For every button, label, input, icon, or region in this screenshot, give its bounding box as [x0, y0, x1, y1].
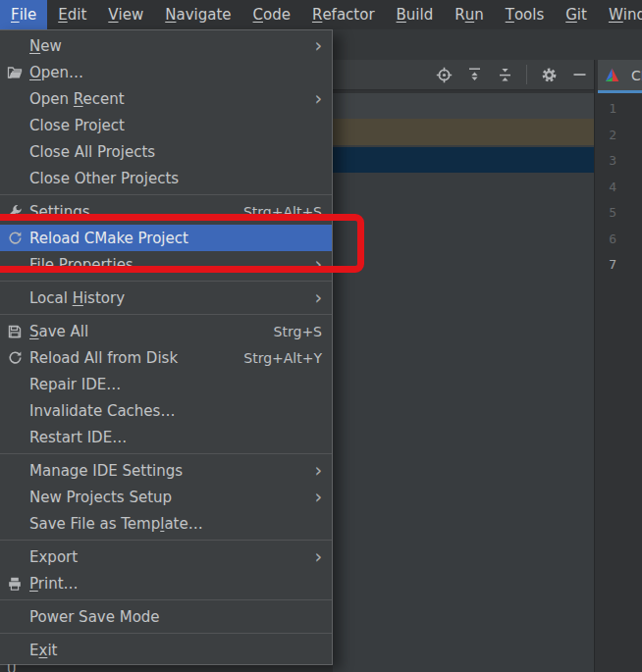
cmake-logo-icon [603, 68, 620, 83]
menu-item-shortcut: Strg+Alt+S [243, 204, 322, 220]
menu-item-shortcut: Strg+Alt+Y [243, 350, 322, 366]
menu-item-print[interactable]: Print… [0, 570, 332, 596]
project-row-selected[interactable] [333, 147, 594, 173]
clipped-text-fragment: U [7, 662, 17, 672]
gutter-line-number: 6 [595, 232, 616, 246]
menu-separator [0, 540, 332, 541]
menu-item-save-file-as-template[interactable]: Save File as Template… [0, 510, 332, 537]
menu-item-local-history[interactable]: Local History› [0, 284, 332, 311]
submenu-arrow-icon: › [314, 257, 322, 271]
menubar-item-view[interactable]: View [97, 0, 154, 29]
menu-item-power-save-mode[interactable]: Power Save Mode [0, 603, 332, 630]
menu-item-label: Invalidate Caches… [29, 402, 175, 420]
gutter-line-number: 4 [595, 180, 616, 194]
icon-slot-empty [6, 516, 24, 532]
gear-icon[interactable] [540, 67, 558, 82]
project-row-hovered[interactable] [333, 93, 594, 119]
menubar-item-code[interactable]: Code [242, 0, 301, 29]
editor-gutter[interactable]: 1234567 [594, 93, 642, 672]
icon-slot-empty [6, 643, 24, 658]
menubar-item-navigate[interactable]: Navigate [154, 0, 241, 29]
project-panel[interactable] [333, 93, 594, 672]
menu-item-label: File Properties [29, 256, 134, 274]
refresh-icon [6, 350, 24, 366]
menu-item-new[interactable]: New› [0, 32, 332, 59]
icon-slot-empty [6, 118, 24, 133]
menu-item-label: Open Recent [29, 90, 125, 108]
submenu-arrow-icon: › [314, 549, 322, 563]
menu-item-open[interactable]: Open… [0, 59, 332, 85]
menu-item-reload-cmake-project[interactable]: Reload CMake Project [0, 225, 332, 251]
menubar-item-file[interactable]: File [0, 0, 47, 29]
editor-tabstrip: CM [594, 60, 642, 93]
menu-item-manage-ide-settings[interactable]: Manage IDE Settings› [0, 457, 332, 484]
gutter-line-number: 5 [595, 205, 616, 220]
menubar-item-run[interactable]: Run [444, 0, 494, 29]
submenu-arrow-icon: › [314, 290, 322, 304]
menu-item-restart-ide[interactable]: Restart IDE… [0, 424, 332, 450]
file-menu-popup: New›Open…Open Recent›Close ProjectClose … [0, 29, 333, 665]
expand-all-icon[interactable] [465, 67, 483, 82]
menu-item-open-recent[interactable]: Open Recent› [0, 85, 332, 112]
menu-item-label: Open… [29, 64, 83, 81]
toolbar-divider [526, 65, 527, 84]
menu-item-label: Power Save Mode [29, 608, 160, 626]
menu-item-close-other-projects[interactable]: Close Other Projects [0, 165, 332, 191]
menu-separator [0, 194, 332, 195]
refresh-icon [6, 231, 24, 246]
menu-item-label: Settings… [29, 203, 105, 221]
minimize-icon[interactable] [570, 67, 588, 82]
menu-item-export[interactable]: Export› [0, 543, 332, 570]
collapse-all-icon[interactable] [496, 67, 513, 82]
icon-slot-empty [6, 144, 24, 160]
icon-slot-empty [6, 463, 24, 479]
menu-item-label: Save All [29, 323, 88, 340]
menubar-item-git[interactable]: Git [555, 0, 598, 29]
gutter-line-number: 2 [595, 128, 616, 142]
menu-item-save-all[interactable]: Save AllStrg+S [0, 318, 332, 344]
menu-item-label: Print… [29, 575, 79, 593]
menu-item-invalidate-caches[interactable]: Invalidate Caches… [0, 397, 332, 424]
menu-item-close-all-projects[interactable]: Close All Projects [0, 138, 332, 165]
menu-item-settings[interactable]: Settings…Strg+Alt+S [0, 198, 332, 225]
menu-item-label: Exit [29, 642, 57, 659]
icon-slot-empty [6, 430, 24, 445]
project-row-modified[interactable] [333, 119, 594, 145]
locate-icon[interactable] [435, 67, 453, 82]
menu-item-new-projects-setup[interactable]: New Projects Setup› [0, 484, 332, 510]
menubar-item-window[interactable]: Window [598, 0, 642, 29]
menu-item-label: Close Other Projects [29, 170, 179, 187]
menu-item-file-properties[interactable]: File Properties› [0, 251, 332, 278]
menu-separator [0, 281, 332, 282]
tab-cmakelists[interactable]: CM [598, 60, 642, 90]
toolwindow-header-strip [333, 29, 642, 61]
gutter-line-number: 1 [595, 101, 616, 116]
menu-item-close-project[interactable]: Close Project [0, 112, 332, 138]
menu-item-label: Local History [29, 289, 125, 307]
save-icon [6, 324, 24, 339]
project-toolbar [333, 60, 594, 90]
menu-item-label: Restart IDE… [29, 429, 127, 446]
menubar-item-build[interactable]: Build [386, 0, 445, 29]
menu-item-label: Close All Projects [29, 143, 155, 161]
menu-item-label: Close Project [29, 117, 125, 134]
menu-item-reload-all-from-disk[interactable]: Reload All from DiskStrg+Alt+Y [0, 344, 332, 371]
menubar-item-refactor[interactable]: Refactor [301, 0, 386, 29]
menu-separator [0, 599, 332, 600]
icon-slot-empty [6, 377, 24, 392]
menu-item-exit[interactable]: Exit [0, 637, 332, 663]
menubar-item-edit[interactable]: Edit [47, 0, 97, 29]
menubar-item-tools[interactable]: Tools [495, 0, 556, 29]
menu-item-label: New Projects Setup [29, 489, 172, 506]
main-menubar: FileEditViewNavigateCodeRefactorBuildRun… [0, 0, 642, 29]
icon-slot-empty [6, 38, 24, 54]
submenu-arrow-icon: › [314, 38, 322, 52]
icon-slot-empty [6, 91, 24, 107]
submenu-arrow-icon: › [314, 463, 322, 477]
menu-item-repair-ide[interactable]: Repair IDE… [0, 371, 332, 397]
menu-item-label: Reload All from Disk [29, 349, 178, 367]
menu-item-shortcut: Strg+S [274, 324, 322, 339]
menu-item-label: Reload CMake Project [29, 230, 188, 247]
tab-label: CM [631, 68, 642, 83]
icon-slot-empty [6, 549, 24, 565]
